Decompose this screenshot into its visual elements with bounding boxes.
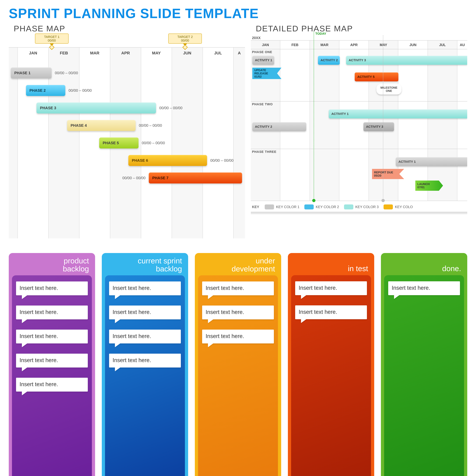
target-date: 00/00 <box>36 39 67 42</box>
lane-title: in test <box>288 253 374 275</box>
phase-bar-6: PHASE 6 00/00 – 00/00 <box>128 155 207 166</box>
phase-dates: 00/00 – 00/00 <box>210 158 234 163</box>
phase-dates: 00/00 – 00/00 <box>142 141 165 145</box>
phase-label: PHASE 4 <box>70 123 87 128</box>
kanban-card[interactable]: Insert text here. <box>202 306 274 319</box>
kanban-lane: done.Insert text here. <box>381 253 467 476</box>
section-label: PHASE THREE <box>252 150 276 154</box>
kanban-card[interactable]: Insert text here. <box>109 306 181 319</box>
kanban-card[interactable]: Insert text here. <box>202 330 274 343</box>
phase-dates: 00/00 – 00/00 <box>55 71 78 75</box>
phase-dates: 00/00 – 00/00 <box>122 176 146 180</box>
phase-bar-3: PHASE 3 00/00 – 00/00 <box>36 102 156 114</box>
key-title: KEY <box>252 205 259 209</box>
activity-bar: ACTIVITY 2 <box>252 122 306 131</box>
kanban-lane: underdevelopmentInsert text here.Insert … <box>195 253 281 476</box>
phase-label: PHASE 7 <box>152 176 169 180</box>
section-label: PHASE TWO <box>252 102 273 106</box>
year-label: 20XX <box>252 36 467 40</box>
phase-label: PHASE 2 <box>30 88 46 93</box>
phase-bar-7: PHASE 7 00/00 – 00/00 <box>149 172 242 184</box>
phase-bar-4: PHASE 4 00/00 – 00/00 <box>67 120 136 131</box>
activity-bar: ACTIVITY 1 <box>252 56 274 65</box>
flag-line: 07/01 <box>417 186 439 189</box>
key-legend: KEY KEY COLOR 1 KEY COLOR 2 KEY COLOR 3 … <box>252 204 467 209</box>
kanban-lane: in testInsert text here.Insert text here… <box>288 253 374 476</box>
lane-body: Insert text here. <box>384 275 464 476</box>
swatch <box>304 204 314 209</box>
key-text: KEY COLO <box>395 205 413 209</box>
lane-body: Insert text here.Insert text here.Insert… <box>12 275 92 476</box>
page-title: SPRINT PLANNING SLIDE TEMPLATE <box>9 6 467 21</box>
flag-line: 05/20 <box>374 174 400 177</box>
kanban-card[interactable]: Insert text here. <box>16 330 88 343</box>
kanban-card[interactable]: Insert text here. <box>16 378 88 391</box>
flag-line: LAUNCH <box>417 182 439 186</box>
activity-bar: ACTIVITY 2 <box>318 56 340 65</box>
swatch <box>265 204 274 209</box>
flag-line: RELEASE <box>254 72 277 75</box>
target-2: TARGET 2 00/00 <box>168 34 202 49</box>
kanban-card[interactable]: Insert text here. <box>109 354 181 368</box>
lane-body: Insert text here.Insert text here.Insert… <box>198 275 278 476</box>
key-text: KEY COLOR 3 <box>355 205 379 209</box>
kanban-card[interactable]: Insert text here. <box>109 281 181 295</box>
flag-line: UPDATE <box>254 68 277 72</box>
kanban-card[interactable]: Insert text here. <box>16 281 88 295</box>
kanban-card[interactable]: Insert text here. <box>109 330 181 343</box>
lane-title: done. <box>381 253 467 275</box>
phase-dates: 00/00 – 00/00 <box>139 123 162 128</box>
kanban-lane: productbacklogInsert text here.Insert te… <box>9 253 95 476</box>
flag-report-due: REPORT DUE 05/20 <box>372 169 404 179</box>
phase-label: PHASE 1 <box>14 71 31 75</box>
section-label: PHASE ONE <box>252 50 272 54</box>
target-date: 00/00 <box>170 39 201 42</box>
activity-bar: ACTIVITY 5 <box>355 72 398 81</box>
kanban-card[interactable]: Insert text here. <box>295 281 367 295</box>
phase-map-panel: PHASE MAP TARGET 1 00/00 TARGET 2 00/00 <box>9 23 245 238</box>
kanban-card[interactable]: Insert text here. <box>16 354 88 368</box>
lane-title: current sprintbacklog <box>102 253 188 275</box>
phase-label: PHASE 3 <box>40 106 56 110</box>
phase-bar-5: PHASE 5 00/00 – 00/00 <box>99 137 138 149</box>
phase-dates: 00/00 – 00/00 <box>68 88 92 93</box>
phase-map-heading: PHASE MAP <box>14 24 245 33</box>
swatch <box>344 204 353 209</box>
today-line <box>314 32 314 201</box>
detailed-phase-map-panel: DETAILED PHASE MAP 20XX JAN FEB MAR APR … <box>251 23 467 238</box>
kanban-board: productbacklogInsert text here.Insert te… <box>9 253 467 476</box>
key-text: KEY COLOR 1 <box>276 205 299 209</box>
lane-body: Insert text here.Insert text here. <box>291 275 371 476</box>
phase-label: PHASE 6 <box>132 158 148 163</box>
phase-dates: 00/00 – 00/00 <box>159 106 182 110</box>
flag-launch: LAUNCH 07/01 <box>415 181 443 191</box>
kanban-card[interactable]: Insert text here. <box>202 281 274 295</box>
marker-line <box>383 35 383 201</box>
kanban-card[interactable]: Insert text here. <box>295 305 367 319</box>
kanban-lane: current sprintbacklogInsert text here.In… <box>102 253 188 476</box>
activity-bar: ACTIVITY 3 <box>363 122 394 131</box>
kanban-card[interactable]: Insert text here. <box>16 306 88 319</box>
flag-line: REPORT DUE <box>374 171 400 174</box>
detailed-heading: DETAILED PHASE MAP <box>256 24 467 33</box>
lane-body: Insert text here.Insert text here.Insert… <box>105 275 185 476</box>
swatch <box>384 204 393 209</box>
milestone-pill: MILESTONE ONE <box>376 84 402 95</box>
pill-line: ONE <box>386 89 392 92</box>
phase-bar-1: PHASE 1 00/00 – 00/00 <box>11 67 52 78</box>
activity-bar: ACTIVITY 1 <box>396 157 467 166</box>
lane-title: productbacklog <box>9 253 95 275</box>
key-text: KEY COLOR 2 <box>316 205 339 209</box>
lane-title: underdevelopment <box>195 253 281 275</box>
phase-label: PHASE 5 <box>103 141 119 145</box>
today-label: TODAY <box>315 32 326 35</box>
target-1: TARGET 1 00/00 <box>35 34 68 49</box>
kanban-card[interactable]: Insert text here. <box>388 281 460 295</box>
activity-bar: ACTIVITY 1 <box>329 109 467 119</box>
activity-bar: ACTIVITY 3 <box>346 56 467 65</box>
flag-update-release: UPDATE RELEASE 01/02 <box>252 68 281 79</box>
target-name: TARGET 2 <box>170 35 201 39</box>
dp-month: FEB <box>280 41 309 201</box>
flag-line: 01/02 <box>254 75 277 78</box>
phase-bar-2: PHASE 2 00/00 – 00/00 <box>26 85 65 96</box>
